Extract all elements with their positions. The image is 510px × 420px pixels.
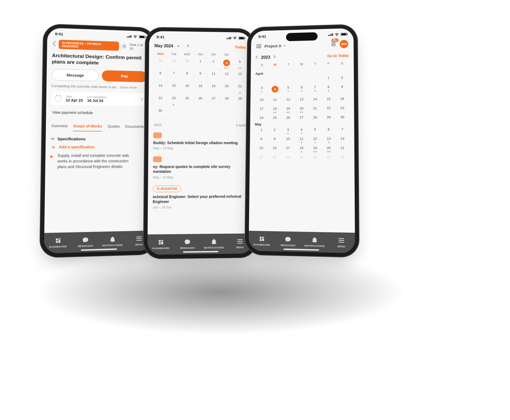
task-item[interactable]: ey: Request quotes to complete site surv… — [153, 154, 248, 183]
day-cell[interactable]: 9 — [194, 70, 207, 82]
day-cell[interactable]: 26 — [194, 95, 207, 107]
day-cell[interactable]: 27 — [322, 155, 336, 159]
day-cell[interactable]: 5 — [233, 58, 246, 71]
day-cell[interactable]: 21 — [335, 146, 349, 150]
day-cell[interactable]: 9 — [268, 137, 281, 141]
spec-item[interactable]: ▶ Supply, install and complete concrete … — [50, 153, 147, 170]
day-cell[interactable]: 24 — [255, 116, 268, 120]
next-year-button[interactable] — [273, 55, 276, 59]
day-cell[interactable]: 12 — [308, 137, 322, 141]
tab-dashboard[interactable]: DASHBOARD — [44, 232, 72, 254]
day-cell[interactable]: 8 — [322, 85, 335, 92]
month-grid[interactable]: 2829301245678911121314151618192021222325… — [153, 57, 247, 120]
day-cell[interactable]: 15 — [167, 82, 180, 95]
day-cell[interactable]: 20 — [220, 83, 233, 95]
day-cell[interactable]: 19 — [207, 82, 220, 95]
day-cell[interactable]: 16 — [335, 97, 349, 101]
day-cell[interactable]: 16 — [268, 146, 281, 150]
day-cell[interactable]: 20 — [322, 146, 336, 150]
day-cell[interactable]: 1 — [255, 128, 268, 132]
day-cell[interactable]: 6 — [322, 127, 336, 131]
day-cell[interactable]: 16 — [181, 82, 194, 95]
day-cell[interactable]: 4 — [295, 127, 308, 131]
pay-button[interactable]: Pay — [102, 70, 147, 82]
day-cell[interactable]: 15 — [322, 97, 335, 101]
tab-dashboard[interactable]: DASHBOARD — [249, 231, 275, 251]
month-label[interactable]: May 2024 — [154, 44, 173, 48]
day-cell[interactable]: 20 — [295, 106, 308, 110]
day-cell[interactable]: 23 — [268, 155, 281, 159]
day-cell[interactable]: 2 — [335, 75, 349, 80]
day-cell[interactable]: 21 — [233, 83, 247, 95]
day-cell[interactable]: 26 — [308, 155, 322, 159]
specifications-heading[interactable]: Specifications — [51, 136, 147, 141]
chevron-right-icon[interactable] — [187, 44, 189, 49]
day-cell[interactable]: 11 — [207, 70, 220, 83]
day-cell[interactable]: 9 — [335, 85, 349, 92]
day-cell[interactable]: 28 — [154, 57, 167, 70]
day-cell[interactable]: 10 — [255, 98, 268, 102]
day-cell[interactable]: 4 — [268, 86, 282, 93]
day-cell[interactable]: 28 — [308, 115, 322, 119]
chevron-down-icon[interactable] — [177, 44, 180, 48]
day-cell[interactable]: 3 — [281, 128, 295, 132]
day-cell[interactable]: 6 — [154, 70, 167, 82]
day-cell[interactable]: 25 — [268, 116, 281, 120]
day-cell[interactable]: 11 — [295, 137, 308, 141]
day-cell[interactable]: 28 — [220, 95, 233, 107]
show-more-link[interactable]: show more — [120, 85, 137, 89]
payment-schedule-row[interactable]: View payment schedule — [51, 105, 147, 121]
add-specification-button[interactable]: ＋ Add a specification — [50, 145, 147, 149]
goto-today-button[interactable]: Go to Today — [327, 53, 349, 58]
day-cell[interactable]: 29 — [233, 95, 247, 108]
notifications-button[interactable]: 99+ — [330, 41, 336, 48]
day-cell[interactable]: 24 — [281, 155, 295, 159]
day-cell[interactable]: 13 — [233, 70, 246, 83]
day-cell[interactable]: 25 — [181, 95, 194, 107]
message-button[interactable]: Message — [52, 69, 99, 81]
day-cell[interactable]: 13 — [295, 97, 308, 101]
day-cell[interactable]: 7 — [308, 85, 322, 92]
task-item[interactable]: Buddy: Schedule Initial Design ultation … — [153, 130, 247, 154]
day-cell[interactable]: 30 — [181, 57, 194, 70]
day-cell[interactable]: 3 — [255, 86, 269, 93]
day-cell[interactable]: 27 — [207, 95, 220, 107]
day-cell[interactable]: 8 — [255, 137, 268, 141]
day-cell[interactable]: 6 — [295, 85, 308, 92]
task-item[interactable]: TE REQUESTEDechnical Engineer: Select yo… — [153, 183, 248, 213]
day-cell[interactable]: 23 — [167, 95, 180, 107]
help-icon[interactable]: ? — [122, 44, 127, 49]
day-cell[interactable]: 22 — [154, 95, 167, 107]
month-grid[interactable]: 1234567891011121314151617181920212223242… — [254, 127, 350, 159]
day-cell[interactable]: 1 — [194, 58, 207, 70]
month-grid[interactable]: 1234567891011121314151617181920212223242… — [255, 75, 349, 120]
day-cell[interactable]: 17 — [255, 107, 268, 111]
day-cell[interactable]: 14 — [308, 97, 322, 101]
avatar[interactable]: WW — [340, 40, 348, 48]
day-cell[interactable]: 14 — [154, 82, 167, 95]
day-cell[interactable]: 11 — [268, 97, 282, 101]
back-icon[interactable] — [52, 41, 56, 48]
day-cell[interactable]: 18 — [268, 107, 282, 111]
day-cell[interactable]: 2 — [268, 128, 281, 132]
day-cell[interactable]: 29 — [322, 115, 335, 119]
day-cell[interactable]: 27 — [295, 115, 308, 119]
day-cell[interactable]: 22 — [322, 106, 335, 110]
today-button[interactable]: Today — [235, 45, 246, 49]
tab-dashboard[interactable]: DASHBOARD — [147, 234, 174, 255]
more-vert-icon[interactable]: ⋮ — [142, 153, 147, 169]
day-cell[interactable]: 5 — [308, 127, 322, 131]
hamburger-icon[interactable] — [256, 44, 262, 48]
day-cell[interactable]: 26 — [281, 115, 295, 119]
tab-menu[interactable]: MENU — [328, 232, 355, 253]
day-cell[interactable]: 30 — [154, 107, 167, 120]
day-cell[interactable]: 2 — [207, 58, 220, 70]
tab-quotes[interactable]: Quotes — [108, 124, 120, 131]
tab-scope[interactable]: Scope of Works — [73, 124, 102, 131]
day-cell[interactable]: 15 — [254, 146, 268, 150]
project-switcher[interactable]: Project A — [265, 43, 286, 48]
dates-card[interactable]: Start 12 Apr 23 Est completion 16 Jul 24 — [51, 91, 147, 106]
day-cell[interactable]: 17 — [281, 146, 295, 150]
day-cell[interactable]: 4 — [220, 58, 233, 70]
day-cell[interactable]: 19 — [308, 146, 322, 150]
